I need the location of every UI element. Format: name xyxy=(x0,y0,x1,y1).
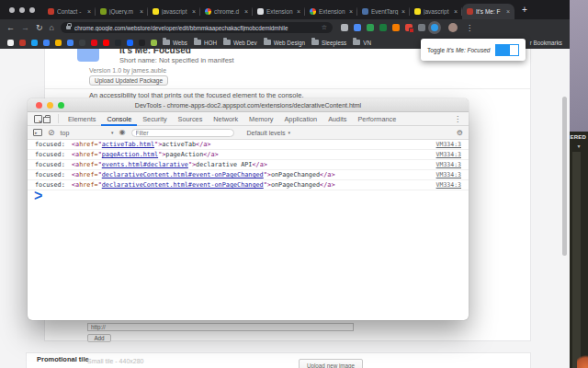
site-url-input[interactable] xyxy=(87,323,354,331)
devtools-window-controls[interactable] xyxy=(36,102,64,109)
upload-package-button[interactable]: Upload Updated Package xyxy=(89,75,168,86)
browser-menu-icon[interactable]: ⋮ xyxy=(466,24,473,32)
source-location-link[interactable]: VM334:3 xyxy=(436,181,461,189)
address-bar[interactable]: chrome.google.com/webstore/developer/edi… xyxy=(61,22,333,33)
bookmark-folder[interactable]: Web Dev xyxy=(223,40,257,46)
attribute-value-link[interactable]: activeTab.html xyxy=(102,141,154,148)
other-bookmarks-label[interactable]: r Bookmarks xyxy=(530,40,562,46)
devtools-zoom-button[interactable] xyxy=(58,102,64,109)
bookmark-folder[interactable]: Webs xyxy=(163,40,187,46)
bookmark-folder[interactable]: HOH xyxy=(194,40,217,46)
github-icon[interactable] xyxy=(115,40,121,46)
netflix-icon[interactable] xyxy=(91,40,97,46)
devtools-close-button[interactable] xyxy=(36,102,42,109)
attribute-value-link[interactable]: declarativeContent.html#event-onPageChan… xyxy=(102,171,264,178)
devtools-titlebar[interactable]: DevTools - chrome-apps-doc2.appspot.com/… xyxy=(28,98,469,112)
window-controls[interactable] xyxy=(6,0,43,19)
dribbble-icon[interactable] xyxy=(19,40,26,46)
browser-tab[interactable]: EventTarg× xyxy=(357,4,410,19)
tab-close-icon[interactable]: × xyxy=(454,8,458,15)
extension-orange-icon[interactable] xyxy=(392,24,400,31)
focused-toggle[interactable] xyxy=(495,44,519,56)
devtools-tab-memory[interactable]: Memory xyxy=(243,112,278,126)
tab-close-icon[interactable]: × xyxy=(192,8,196,15)
source-location-link[interactable]: VM334:3 xyxy=(436,151,461,158)
devtools-tab-application[interactable]: Application xyxy=(278,112,322,126)
browser-tab[interactable]: jQuery.m× xyxy=(96,4,148,19)
youtube-icon[interactable] xyxy=(103,40,109,46)
bookmark-folder[interactable]: Sleepless xyxy=(311,40,346,46)
attribute-value-link[interactable]: declarativeContent.html#event-onPageChan… xyxy=(102,181,264,189)
profile-avatar[interactable] xyxy=(448,23,458,32)
new-tab-button[interactable]: + xyxy=(514,5,535,15)
context-selector[interactable]: top ▾ xyxy=(61,130,114,136)
devtools-minimize-button[interactable] xyxy=(47,102,53,109)
devtools-tab-performance[interactable]: Performance xyxy=(352,112,401,126)
twitter-icon[interactable] xyxy=(31,40,38,46)
reload-icon[interactable]: ↻ xyxy=(36,24,43,32)
back-icon[interactable]: ← xyxy=(6,24,15,32)
docs-icon[interactable] xyxy=(43,40,50,46)
browser-tab[interactable]: Contact -× xyxy=(43,4,96,19)
extension-shield-icon[interactable] xyxy=(367,24,374,31)
tab-close-icon[interactable]: × xyxy=(297,8,300,15)
devtools-tab-sources[interactable]: Sources xyxy=(173,112,209,126)
bookmark-folder[interactable]: Web Design xyxy=(264,40,305,46)
devtools-tab-console[interactable]: Console xyxy=(101,112,137,126)
settings-gear-icon[interactable]: ⚙ xyxy=(457,129,463,137)
inspect-element-icon[interactable] xyxy=(34,115,42,123)
extension-adblock-icon[interactable] xyxy=(379,24,387,31)
source-location-link[interactable]: VM334:3 xyxy=(436,171,461,178)
devtools-tab-audits[interactable]: Audits xyxy=(322,112,352,126)
shopify-icon[interactable] xyxy=(151,40,157,46)
extension-circle-icon[interactable] xyxy=(418,24,425,31)
console-prompt[interactable]: > xyxy=(28,190,469,201)
url-text[interactable]: chrome.google.com/webstore/developer/edi… xyxy=(74,25,318,31)
calendar-icon[interactable] xyxy=(67,40,74,46)
extension-photos-icon[interactable] xyxy=(354,24,361,31)
drive-icon[interactable] xyxy=(55,40,62,46)
live-expression-icon[interactable]: ◉ xyxy=(119,129,126,136)
clear-console-icon[interactable]: ⊘ xyxy=(48,129,55,137)
tab-close-icon[interactable]: × xyxy=(349,8,353,15)
minimize-window-button[interactable] xyxy=(19,7,25,13)
log-levels-selector[interactable]: Default levels ▾ xyxy=(247,130,291,136)
ball-icon[interactable] xyxy=(139,40,145,46)
attribute-value-link[interactable]: events.html#declarative xyxy=(102,161,188,168)
attribute-value-link[interactable]: pageAction.html xyxy=(102,151,158,158)
browser-tab[interactable]: javascript× xyxy=(410,4,462,19)
console-filter-input[interactable] xyxy=(131,129,234,137)
device-toolbar-icon[interactable] xyxy=(45,115,51,123)
tab-close-icon[interactable]: × xyxy=(401,8,405,15)
add-button[interactable]: Add xyxy=(87,334,111,342)
extension-dice-icon[interactable] xyxy=(405,24,413,31)
browser-tab[interactable]: chrome.d× xyxy=(200,4,253,19)
source-location-link[interactable]: VM334:3 xyxy=(436,161,461,168)
forward-icon[interactable]: → xyxy=(21,24,29,32)
app-dark-icon[interactable] xyxy=(79,40,85,46)
bookmark-folder[interactable]: VN xyxy=(353,40,371,46)
zoom-window-button[interactable] xyxy=(29,7,35,13)
devtools-menu-icon[interactable]: ⋮ xyxy=(454,115,464,123)
tab-close-icon[interactable]: × xyxy=(140,8,143,15)
console-sidebar-icon[interactable]: ▸ xyxy=(33,129,42,136)
tab-close-icon[interactable]: × xyxy=(244,8,248,15)
source-location-link[interactable]: VM334:3 xyxy=(436,141,461,148)
google-icon[interactable] xyxy=(7,40,14,46)
promo-upload-button[interactable]: Upload new image xyxy=(299,359,363,368)
devtools-tab-security[interactable]: Security xyxy=(137,112,172,126)
browser-tab[interactable]: Extension× xyxy=(253,4,305,19)
behance-icon[interactable] xyxy=(127,40,133,46)
tab-close-icon[interactable]: × xyxy=(506,8,510,15)
page-scrollbar[interactable] xyxy=(562,97,567,256)
home-icon[interactable]: ⌂ xyxy=(50,24,54,32)
browser-tab[interactable]: It's Me: F× xyxy=(462,4,514,19)
devtools-tab-network[interactable]: Network xyxy=(208,112,243,126)
extension-its-me-focused-icon[interactable] xyxy=(431,24,438,31)
bookmark-star-icon[interactable]: ☆ xyxy=(322,24,327,31)
browser-tab[interactable]: Extension× xyxy=(305,4,357,19)
devtools-tab-elements[interactable]: Elements xyxy=(62,112,101,126)
extension-gray-icon[interactable] xyxy=(341,24,348,31)
tab-close-icon[interactable]: × xyxy=(87,8,91,15)
browser-tab[interactable]: javascript× xyxy=(148,4,200,19)
